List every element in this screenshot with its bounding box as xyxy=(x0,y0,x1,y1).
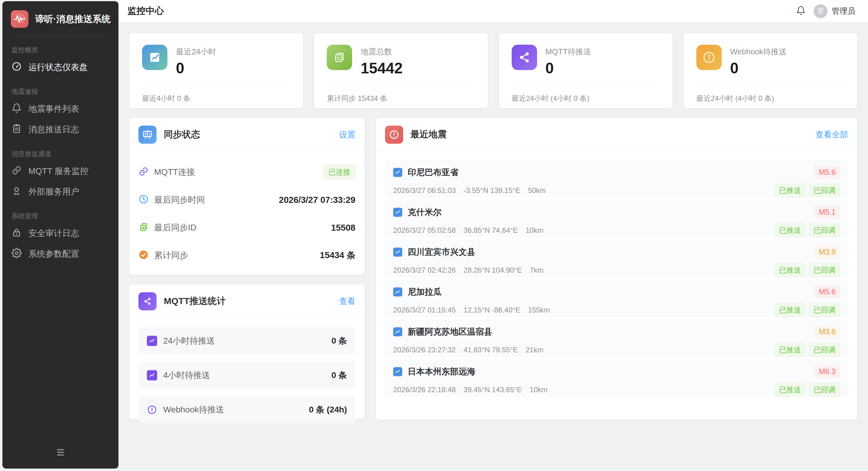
pushed-tag: 已推送 xyxy=(775,383,805,397)
stat-cards-row: 最近24小时 0 最近4小时 0 条 地震总数 15442 xyxy=(129,33,857,108)
quake-depth: 155km xyxy=(528,306,550,314)
connection-status-badge: 已连接 xyxy=(323,165,355,179)
stat-label: 地震总数 xyxy=(361,45,403,57)
magnitude-badge: M6.3 xyxy=(814,365,840,378)
document-icon xyxy=(138,222,149,233)
callback-tag: 已回调 xyxy=(809,224,840,237)
app-logo: 谛听·消息推送系统 xyxy=(2,1,119,36)
bell-icon xyxy=(11,103,22,115)
mqtt-row-label: 4小时待推送 xyxy=(163,370,210,381)
quake-depth: 10km xyxy=(526,226,544,235)
sidebar-item-mqtt-monitor[interactable]: MQTT 服务监控 xyxy=(2,161,119,181)
nav-section-quake: 地震速报 xyxy=(11,87,110,96)
view-all-link[interactable]: 查看全部 xyxy=(815,129,848,140)
pushed-tag: 已推送 xyxy=(775,263,805,277)
quake-list-item[interactable]: 新疆阿克苏地区温宿县 M3.6 2026/3/26 23:27:32 41.83… xyxy=(385,320,848,356)
last-sync-time-value: 2026/3/27 07:33:29 xyxy=(279,195,355,205)
sidebar-item-label: MQTT 服务监控 xyxy=(28,165,89,177)
sync-row-label: 累计同步 xyxy=(154,250,188,261)
sync-row-mqtt-connection: MQTT连接 已连接 xyxy=(138,158,355,186)
sync-row-label: 最后同步ID xyxy=(154,222,196,233)
lock-icon xyxy=(11,227,22,240)
quake-time: 2026/3/27 05:02:58 xyxy=(393,226,456,235)
quake-time: 2026/3/26 22:18:48 xyxy=(393,385,456,394)
avatar: 管 xyxy=(814,4,828,18)
sync-row-last-sync-id: 最后同步ID 15508 xyxy=(138,214,355,241)
main-content: 最近24小时 0 最近4小时 0 条 地震总数 15442 xyxy=(119,22,868,471)
collapse-sidebar-icon[interactable] xyxy=(54,446,66,460)
gear-icon xyxy=(11,248,22,260)
share-icon xyxy=(138,292,157,310)
stat-footer: 最近24小时 (4小时 0 条) xyxy=(512,86,660,110)
sync-settings-link[interactable]: 设置 xyxy=(339,129,355,140)
sidebar-item-audit-log[interactable]: 安全审计日志 xyxy=(2,223,119,244)
stat-footer: 最近24小时 (4小时 0 条) xyxy=(696,86,844,110)
callback-tag: 已回调 xyxy=(809,263,840,277)
recent-quakes-card: 最近地震 查看全部 印尼巴布亚省 M5.6 xyxy=(376,118,857,420)
mqtt-row-24h: 24小时待推送 0 条 xyxy=(138,327,355,355)
pushed-tag: 已推送 xyxy=(775,303,805,317)
quake-list-item[interactable]: 四川宜宾市兴文县 M3.9 2026/3/27 02:42:26 28.26°N… xyxy=(385,240,848,276)
pushed-tag: 已推送 xyxy=(775,183,805,198)
quake-trend-icon xyxy=(393,208,402,217)
sync-row-last-sync-time: 最后同步时间 2026/3/27 07:33:29 xyxy=(138,186,355,214)
page-title: 监控中心 xyxy=(128,5,164,17)
quake-name: 新疆阿克苏地区温宿县 xyxy=(408,326,492,338)
quake-list-item[interactable]: 日本本州东部远海 M6.3 2026/3/26 22:18:48 39.45°N… xyxy=(385,360,848,396)
quake-trend-icon xyxy=(393,327,402,336)
mqtt-row-value: 0 条 xyxy=(332,370,347,381)
quake-depth: 21km xyxy=(526,346,544,354)
quake-list-item[interactable]: 印尼巴布亚省 M5.6 2026/3/27 06:51:03 -3.55°N 1… xyxy=(385,161,848,197)
sync-row-total-synced: 累计同步 15434 条 xyxy=(138,241,355,269)
stat-card-mqtt-pending: MQTT待推送 0 最近24小时 (4小时 0 条) xyxy=(499,33,673,108)
avatar-text: 管 xyxy=(817,6,824,16)
sidebar-item-quake-events[interactable]: 地震事件列表 xyxy=(2,99,119,119)
mqtt-row-value: 0 条 (24h) xyxy=(309,404,347,415)
user-icon xyxy=(11,186,22,198)
quake-trend-icon xyxy=(393,168,402,177)
mqtt-stats-card: MQTT推送统计 查看 24小时待推送 0 条 xyxy=(129,284,365,419)
warning-icon xyxy=(147,405,157,415)
callback-tag: 已回调 xyxy=(809,303,840,317)
quake-coords: 41.83°N 79.55°E xyxy=(464,346,518,354)
stat-footer: 最近4小时 0 条 xyxy=(142,86,290,110)
user-menu[interactable]: 管 管理员 xyxy=(814,4,855,18)
sidebar-item-dashboard[interactable]: 运行状态仪表盘 xyxy=(2,57,119,77)
notification-bell-icon[interactable] xyxy=(796,6,806,16)
mqtt-stats-view-link[interactable]: 查看 xyxy=(339,296,355,307)
stat-value: 0 xyxy=(546,60,591,77)
data-board-icon xyxy=(138,126,157,144)
quake-list-item[interactable]: 克什米尔 M5.1 2026/3/27 05:02:58 36.85°N 74.… xyxy=(385,200,848,237)
quake-name: 日本本州东部远海 xyxy=(408,366,475,377)
mqtt-row-label: 24小时待推送 xyxy=(163,335,215,347)
sidebar-item-label: 运行状态仪表盘 xyxy=(28,62,88,73)
quake-time: 2026/3/27 01:15:45 xyxy=(393,306,456,314)
quake-name: 尼加拉瓜 xyxy=(408,286,441,298)
stat-card-last-24h: 最近24小时 0 最近4小时 0 条 xyxy=(129,33,303,108)
quake-time: 2026/3/26 23:27:32 xyxy=(393,346,456,354)
quake-time: 2026/3/27 06:51:03 xyxy=(393,186,456,195)
pushed-tag: 已推送 xyxy=(775,343,805,357)
trend-icon xyxy=(147,370,157,380)
sidebar-item-push-log[interactable]: 消息推送日志 xyxy=(2,119,119,140)
sidebar-item-label: 消息推送日志 xyxy=(28,124,79,135)
quake-trend-icon xyxy=(393,367,402,376)
recent-quakes-title: 最近地震 xyxy=(410,128,447,141)
seismograph-logo-icon xyxy=(11,10,28,28)
quake-name: 克什米尔 xyxy=(408,206,441,218)
quake-coords: 36.85°N 74.64°E xyxy=(464,226,518,235)
topbar: 监控中心 管 管理员 xyxy=(119,0,868,22)
callback-tag: 已回调 xyxy=(809,183,840,198)
sidebar-item-label: 系统参数配置 xyxy=(28,248,79,260)
sidebar-nav: 监控概览 运行状态仪表盘 地震速报 地震事件列表 xyxy=(2,36,119,438)
stat-value: 0 xyxy=(730,60,787,77)
sidebar-item-external-users[interactable]: 外部服务用户 xyxy=(2,181,119,202)
magnitude-badge: M5.6 xyxy=(814,285,840,298)
warning-icon xyxy=(696,45,722,70)
quake-list-item[interactable]: 尼加拉瓜 M5.6 2026/3/27 01:15:45 12.15°N -86… xyxy=(385,280,848,316)
last-sync-id-value: 15508 xyxy=(331,223,355,233)
magnitude-badge: M5.1 xyxy=(814,206,840,218)
stat-value: 15442 xyxy=(361,60,403,77)
user-name: 管理员 xyxy=(832,6,855,16)
sidebar-item-system-config[interactable]: 系统参数配置 xyxy=(2,244,119,264)
